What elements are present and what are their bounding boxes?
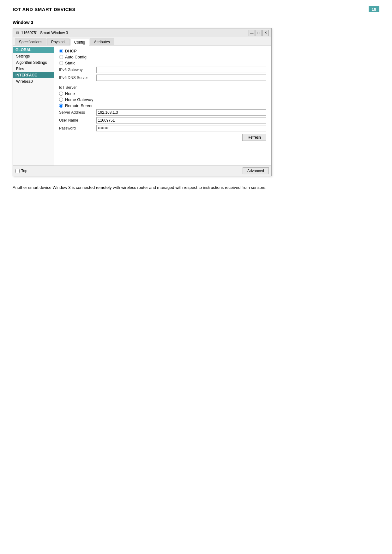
sidebar-item-wireless0[interactable]: Wireless0 <box>13 78 54 85</box>
config-panel: DHCP Auto Config Static IPv6 Gateway IPv… <box>54 45 271 166</box>
home-gateway-label: Home Gateway <box>65 97 93 102</box>
dhcp-label: DHCP <box>65 49 77 53</box>
none-radio[interactable] <box>59 92 63 96</box>
static-label: Static <box>65 61 75 65</box>
auto-config-radio-row: Auto Config <box>59 55 266 59</box>
auto-config-radio[interactable] <box>59 55 63 59</box>
dhcp-radio[interactable] <box>59 49 63 53</box>
window-title: 11669751_Smart Window 3 <box>21 31 68 35</box>
iot-server-label: IoT Server <box>59 85 266 90</box>
tab-bar: Specifications Physical Config Attribute… <box>13 37 271 45</box>
refresh-btn-row: Refresh <box>59 134 266 141</box>
sidebar-item-files[interactable]: Files <box>13 66 54 72</box>
tab-attributes[interactable]: Attributes <box>90 39 114 45</box>
none-radio-row: None <box>59 91 266 96</box>
home-gateway-radio-row: Home Gateway <box>59 97 266 102</box>
password-label: Password <box>59 126 94 130</box>
minimize-button[interactable]: — <box>249 30 255 36</box>
sidebar-item-settings[interactable]: Settings <box>13 53 54 59</box>
sidebar: GLOBAL Settings Algorithm Settings Files… <box>13 45 54 166</box>
top-checkbox[interactable] <box>15 169 20 173</box>
tab-physical[interactable]: Physical <box>47 39 69 45</box>
password-row: Password <box>59 125 266 131</box>
title-bar-left: 🖥 11669751_Smart Window 3 <box>15 31 68 35</box>
remote-server-radio[interactable] <box>59 104 63 108</box>
page-header: IOT AND SMART DEVICES 18 <box>13 6 379 12</box>
sidebar-item-interface[interactable]: INTERFACE <box>13 72 54 78</box>
window: 🖥 11669751_Smart Window 3 — □ ✕ Specific… <box>13 28 272 176</box>
password-input[interactable] <box>96 125 266 131</box>
title-bar-controls: — □ ✕ <box>249 30 269 36</box>
maximize-button[interactable]: □ <box>256 30 262 36</box>
ipv6-dns-label: IPv6 DNS Server <box>59 75 94 80</box>
section-title: Window 3 <box>13 20 379 25</box>
body-paragraph: Another smart device Window 3 is connect… <box>13 184 379 191</box>
top-checkbox-area: Top <box>15 169 27 173</box>
tab-specifications[interactable]: Specifications <box>15 39 46 45</box>
page-number: 18 <box>369 6 379 12</box>
server-address-input[interactable] <box>96 109 266 116</box>
tab-config[interactable]: Config <box>70 39 89 45</box>
ipv6-dns-row: IPv6 DNS Server <box>59 75 266 81</box>
static-radio[interactable] <box>59 61 63 65</box>
title-bar: 🖥 11669751_Smart Window 3 — □ ✕ <box>13 28 271 37</box>
none-label: None <box>65 91 75 96</box>
remote-server-label: Remote Server <box>65 103 93 108</box>
remote-server-radio-row: Remote Server <box>59 103 266 108</box>
ipv6-gateway-input[interactable] <box>96 67 266 73</box>
page-title: IOT AND SMART DEVICES <box>13 7 75 12</box>
user-name-label: User Name <box>59 118 94 123</box>
close-button[interactable]: ✕ <box>262 30 269 36</box>
bottom-bar: Top Advanced <box>13 166 271 176</box>
window-icon: 🖥 <box>15 31 19 35</box>
sidebar-item-algorithm-settings[interactable]: Algorithm Settings <box>13 59 54 66</box>
top-label: Top <box>21 169 27 173</box>
ipv6-dns-input[interactable] <box>96 75 266 81</box>
user-name-input[interactable] <box>96 117 266 123</box>
ipv6-gateway-row: IPv6 Gateway <box>59 67 266 73</box>
ipv6-gateway-label: IPv6 Gateway <box>59 68 94 72</box>
advanced-button[interactable]: Advanced <box>243 167 269 174</box>
server-address-row: Server Address <box>59 109 266 116</box>
server-address-label: Server Address <box>59 110 94 115</box>
static-radio-row: Static <box>59 61 266 65</box>
sidebar-item-global[interactable]: GLOBAL <box>13 47 54 53</box>
user-name-row: User Name <box>59 117 266 123</box>
iot-server-section: IoT Server None Home Gateway Remote Serv… <box>59 85 266 141</box>
body-text: Another smart device Window 3 is connect… <box>13 184 379 191</box>
dhcp-radio-row: DHCP <box>59 49 266 53</box>
ip-config-section: DHCP Auto Config Static IPv6 Gateway IPv… <box>59 49 266 81</box>
auto-config-label: Auto Config <box>65 55 87 59</box>
main-content: GLOBAL Settings Algorithm Settings Files… <box>13 45 271 166</box>
home-gateway-radio[interactable] <box>59 98 63 102</box>
refresh-button[interactable]: Refresh <box>242 134 266 141</box>
